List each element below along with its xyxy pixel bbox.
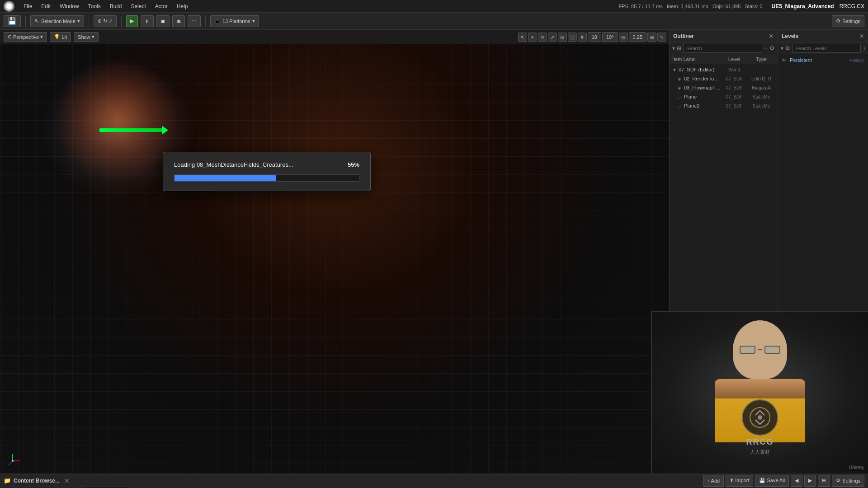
viewport-layout-btn[interactable]: ⊞ [647,33,656,42]
loading-dialog: Loading 08_MeshDistanceFields_Creatures.… [163,152,371,191]
grid-btn[interactable]: # [578,33,587,42]
menu-tools[interactable]: Tools [85,2,104,10]
viewport-toolbar: ⊙ Perspective ▾ 💡 Lit Show ▾ ↖ + ↻ ⤢ ◎ ⬛… [0,30,669,44]
levels-search[interactable] [792,44,861,53]
level-persistent[interactable]: 👁 Persistent ✏ ⊞ ⊡ ◎ [778,55,868,65]
person-glasses [740,345,780,354]
menu-file[interactable]: File [20,2,36,10]
save-all-btn[interactable]: 💾 Save All [755,475,789,487]
tree-level: 07_SDF [721,85,748,90]
tree-item-plane[interactable]: □ Plane 07_SDF StaticMe [670,92,778,101]
watermark: Udemy [849,465,864,470]
import-btn[interactable]: ⬆ Import [726,475,753,487]
tree-item-editor[interactable]: ▼ 07_SDF (Editor) World [670,65,778,74]
show-chevron: ▾ [92,34,94,40]
selection-mode-btn[interactable]: ↖ Selection Mode ▾ [30,15,84,27]
svg-line-2 [8,461,13,465]
transform-arrow-x [99,128,163,132]
tree-item-plane2[interactable]: □ Plane2 07_SDF StaticMe [670,101,778,110]
surface-tool-btn[interactable]: ⬛ [568,33,577,42]
levels-toolbar: ▾ ⚙ + ⚙ [778,42,868,54]
outliner-search[interactable] [683,44,762,53]
add-level-icon[interactable]: + [863,45,866,52]
menu-build[interactable]: Build [106,2,126,10]
tree-item-name: Plane2 [684,103,721,108]
col-label: Item Label [672,56,721,62]
viewport[interactable]: ⊙ Perspective ▾ 💡 Lit Show ▾ ↖ + ↻ ⤢ ◎ ⬛… [0,30,669,474]
outliner-toolbar: ▾ ⊞ + ⚙ [670,42,778,54]
levels-close-btn[interactable]: ✕ [859,33,864,40]
perspective-chevron: ▾ [40,34,43,40]
menu-window[interactable]: Window [56,2,83,10]
save-btn[interactable]: 💾 [4,15,21,27]
svg-point-3 [12,460,14,462]
tree-item-render[interactable]: ◈ 02_RenderToTex 07_SDF Edit 02_R [670,74,778,83]
glasses-right-lens [764,346,780,354]
menu-select[interactable]: Select [127,2,149,10]
transform-btn[interactable]: ⊕ ↻ ⤢ [94,15,117,27]
tree-type: StaticMe [748,103,775,108]
maximize-btn[interactable]: ⤡ [657,33,666,42]
filter-icon: ▾ [781,45,783,52]
scale-tool-btn[interactable]: ⤢ [548,33,557,42]
viewport-right-toolbar: ↖ + ↻ ⤢ ◎ ⬛ # 10 10° ◎ 0.25 ⊞ ⤡ [518,30,669,44]
logo-circle [742,399,778,436]
eject-btn[interactable]: ⏏ [172,15,185,27]
content-browser-close-btn[interactable]: ✕ [64,477,70,484]
platforms-chevron: ▾ [252,18,255,24]
rotate-tool-btn[interactable]: ↻ [538,33,547,42]
glasses-left-lens [740,346,755,354]
pause-btn[interactable]: ⏸ [141,15,154,27]
add-tool-btn[interactable]: + [528,33,537,42]
loading-percent: 55% [348,161,359,168]
loading-bar-fill [175,175,276,181]
filter-icon: ▾ [672,45,675,52]
angle-btn[interactable]: 10° [602,32,618,42]
outliner-close-btn[interactable]: ✕ [769,33,774,40]
tree-expand-icon: ▼ [672,67,679,72]
lit-btn[interactable]: 💡 Lit [50,32,71,42]
person-head [733,320,787,379]
history-forward-btn[interactable]: ▶ [804,475,816,487]
select-tool-btn[interactable]: ↖ [518,33,527,42]
tree-item-level: World [721,67,748,72]
outliner-column-headers: Item Label Level Type [670,54,778,64]
col-level: Level [721,56,748,62]
settings-btn[interactable]: ⚙ Settings [832,15,864,27]
settings-icon[interactable]: ⚙ [769,45,775,52]
bottom-section: 📁 Content Browse... ✕ + Add ⬆ Import 💾 S… [0,474,868,488]
cursor-icon: ↖ [34,18,39,24]
logo-text: RRCG [746,437,774,447]
play-btn[interactable]: ▶ [126,15,138,27]
svg-point-13 [758,415,762,420]
view-mode-btn[interactable]: ⊞ [818,475,830,487]
rrcg-logo: RRCG 人人素材 [742,399,778,455]
view-toggle-btn[interactable]: ◎ [619,33,628,42]
main-toolbar: 💾 ↖ Selection Mode ▾ ⊕ ↻ ⤢ ▶ ⏸ ⏹ ⏏ ⋯ 📱 1… [0,13,868,30]
platforms-icon: 📱 [214,18,221,24]
grid-size-btn[interactable]: 10 [588,32,601,42]
time-btn[interactable]: 0.25 [629,32,646,42]
cb-settings-btn[interactable]: ⚙ Settings [832,475,864,487]
level-eye-icon: 👁 [782,58,788,63]
tree-item-name: Plane [684,94,721,99]
show-btn[interactable]: Show ▾ [74,32,99,42]
stop-btn[interactable]: ⏹ [156,15,170,27]
menu-actor[interactable]: Actor [151,2,171,10]
pivot-tool-btn[interactable]: ◎ [558,33,567,42]
history-back-btn[interactable]: ◀ [791,475,802,487]
tree-item-icon: □ [678,94,684,99]
tree-item-flowmap[interactable]: ◈ 03_FlowmapFror 07_SDF NiagaraA [670,83,778,92]
add-icon[interactable]: + [764,45,768,52]
more-btn[interactable]: ⋯ [188,15,201,27]
menu-edit[interactable]: Edit [38,2,54,10]
tree-level: 07_SDF [721,103,748,108]
menu-help[interactable]: Help [173,2,192,10]
platforms-btn[interactable]: 📱 13 Platforms ▾ [210,15,259,27]
perspective-btn[interactable]: ⊙ Perspective ▾ [4,32,47,42]
app-logo [4,1,14,12]
add-btn[interactable]: + Add [703,475,724,487]
tree-type: Edit 02_R [748,76,775,81]
sep3 [121,16,122,27]
content-browser-title: Content Browse... [14,478,60,484]
